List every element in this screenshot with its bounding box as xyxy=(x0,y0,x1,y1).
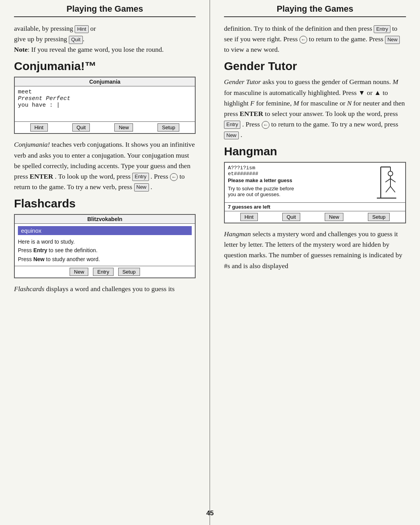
hangman-title: Hangman xyxy=(224,145,406,158)
hangman-hint2: you are out of guesses. xyxy=(228,191,371,197)
flashcard-entry-btn[interactable]: Entry xyxy=(93,268,113,276)
flashcards-title: Flashcards xyxy=(14,197,196,210)
flashcard-word-display: equinox xyxy=(18,226,192,235)
gender-desc-8: to return to the game. To try a new word… xyxy=(271,120,398,128)
svg-line-8 xyxy=(386,186,390,192)
hangman-screen: A???i?ism et######## Please make a lette… xyxy=(224,162,406,223)
note-label: Note xyxy=(14,46,28,53)
flashcard-desc-1: displays a word and challenges you to gu… xyxy=(46,285,175,293)
gender-m-italic: M xyxy=(393,78,399,86)
conjumania-desc-3: . Press xyxy=(150,172,170,180)
intro-or: or xyxy=(90,25,96,32)
gender-desc-1: asks you to guess the gender of German n… xyxy=(262,78,392,86)
gender-italic-name: Gender Tutor xyxy=(224,78,261,86)
conjumania-hint-btn[interactable]: Hint xyxy=(30,123,48,132)
hangman-prompt: Please make a letter guess xyxy=(228,177,371,183)
hangman-italic-name: Hangman xyxy=(224,230,251,238)
conjumania-italic-name: Conjumania! xyxy=(14,140,50,148)
conjumania-buttons: Hint Quit New Setup xyxy=(15,121,195,133)
conjumania-back-arrow: ← xyxy=(170,173,178,181)
page-number: 45 xyxy=(206,509,214,517)
intro-text-1: available, by pressing xyxy=(14,25,73,32)
right-intro-4: to view a new word. xyxy=(224,46,279,53)
flashcard-new-btn[interactable]: New xyxy=(70,268,88,276)
right-header: Playing the Games xyxy=(224,4,406,17)
hint-key-inline[interactable]: Hint xyxy=(75,25,88,33)
hangman-setup-btn[interactable]: Setup xyxy=(368,213,390,221)
gender-back-arrow: ← xyxy=(262,121,270,129)
conjumania-word: meet xyxy=(18,89,192,95)
gender-n-italic: N xyxy=(347,99,352,107)
hangman-text-area: A???i?ism et######## Please make a lette… xyxy=(228,165,371,200)
hangman-word: A???i?ism xyxy=(228,165,371,171)
note-text: : If you reveal the game word, you lose … xyxy=(28,46,164,53)
right-new-btn-inline[interactable]: New xyxy=(385,36,400,44)
left-column: Playing the Games available, by pressing… xyxy=(0,0,210,525)
intro-text-2: give up by pressing xyxy=(14,35,67,43)
gender-f-italic: F xyxy=(250,99,255,107)
hangman-description: Hangman selects a mystery word and chall… xyxy=(224,229,406,271)
right-column: Playing the Games definition. Try to thi… xyxy=(210,0,420,525)
flashcard-buttons: New Entry Setup xyxy=(15,266,195,277)
gender-tutor-title: Gender Tutor xyxy=(224,60,406,73)
flashcard-line3: Press New to study another word. xyxy=(18,255,192,263)
gender-new-btn[interactable]: New xyxy=(224,132,239,140)
flashcard-line2: Press Entry to see the definition. xyxy=(18,246,192,255)
conjumania-desc-2: . To look up the word, press xyxy=(55,172,132,180)
svg-point-4 xyxy=(388,171,393,176)
flashcard-screen-title: Blitzvokabeln xyxy=(15,215,195,224)
hangman-guesses-left: 7 guesses are left xyxy=(225,202,405,211)
right-entry-btn-inline[interactable]: Entry xyxy=(374,25,390,33)
page: Playing the Games available, by pressing… xyxy=(0,0,420,525)
conjumania-desc-5: . xyxy=(150,183,152,191)
hangman-new-btn[interactable]: New xyxy=(325,213,343,221)
conjumania-entry: you have : | xyxy=(18,102,192,109)
right-intro-1: definition. Try to think of the definiti… xyxy=(224,25,374,32)
hangman-quit-btn[interactable]: Quit xyxy=(282,213,300,221)
gender-tutor-description: Gender Tutor asks you to guess the gende… xyxy=(224,77,406,140)
right-intro: definition. Try to think of the definiti… xyxy=(224,23,406,55)
hangman-desc-1: selects a mystery word and challenges yo… xyxy=(224,230,402,269)
flashcard-new-bold: New xyxy=(33,256,45,262)
left-header: Playing the Games xyxy=(14,4,196,17)
gender-entry-btn[interactable]: Entry xyxy=(224,121,240,129)
flashcard-screen: Blitzvokabeln equinox Here is a word to … xyxy=(14,214,196,278)
conjumania-entry-btn[interactable]: Entry xyxy=(132,173,149,181)
hangman-guessed: et######## xyxy=(228,171,371,177)
conjumania-screen: Conjumania meet Present Perfect you have… xyxy=(14,77,196,134)
gender-desc-3: for feminine, xyxy=(256,99,294,107)
hangman-buttons: Hint Quit New Setup xyxy=(225,211,405,223)
conjumania-enter-label: ENTER xyxy=(30,172,53,180)
flashcard-entry-bold: Entry xyxy=(33,247,47,253)
conjumania-screen-title: Conjumania xyxy=(15,77,195,86)
conjumania-quit-btn[interactable]: Quit xyxy=(72,123,90,132)
hangman-hint-btn[interactable]: Hint xyxy=(240,213,258,221)
flashcard-line1: Here is a word to study. xyxy=(18,237,192,246)
conjumania-title: Conjumania!™ xyxy=(14,60,196,73)
gender-desc-6: to select your answer. To look up the wo… xyxy=(265,110,398,118)
svg-line-9 xyxy=(390,186,395,192)
flashcard-italic-name: Flashcards xyxy=(14,285,44,293)
flashcard-setup-btn[interactable]: Setup xyxy=(118,268,140,276)
gender-desc-9: . xyxy=(240,131,242,139)
hangman-hint1: Try to solve the puzzle before xyxy=(228,186,371,191)
conjumania-setup-btn[interactable]: Setup xyxy=(158,123,179,132)
hangman-svg xyxy=(373,165,400,200)
right-back-arrow: ← xyxy=(299,36,307,44)
conjumania-new-inline-btn[interactable]: New xyxy=(134,183,149,191)
conjumania-screen-body: meet Present Perfect you have : | xyxy=(15,86,195,121)
gender-enter-label: ENTER xyxy=(240,110,263,118)
svg-line-7 xyxy=(390,179,396,182)
hangman-drawing xyxy=(371,165,402,200)
gender-desc-4: for masculine or xyxy=(301,99,347,107)
gender-desc-7: . Press xyxy=(242,120,262,128)
conjumania-tense: Present Perfect xyxy=(18,95,192,102)
hangman-content: A???i?ism et######## Please make a lette… xyxy=(225,163,405,202)
conjumania-description: Conjumania! teaches verb conjugations. I… xyxy=(14,139,196,192)
flashcard-description: Flashcards displays a word and challenge… xyxy=(14,284,196,294)
gender-m2-italic: M xyxy=(293,99,299,107)
quit-key-inline[interactable]: Quit xyxy=(69,36,83,44)
flashcard-body: Here is a word to study. Press Entry to … xyxy=(15,237,195,266)
conjumania-new-btn[interactable]: New xyxy=(114,123,133,132)
intro-paragraph: available, by pressing Hint or give up b… xyxy=(14,23,196,55)
